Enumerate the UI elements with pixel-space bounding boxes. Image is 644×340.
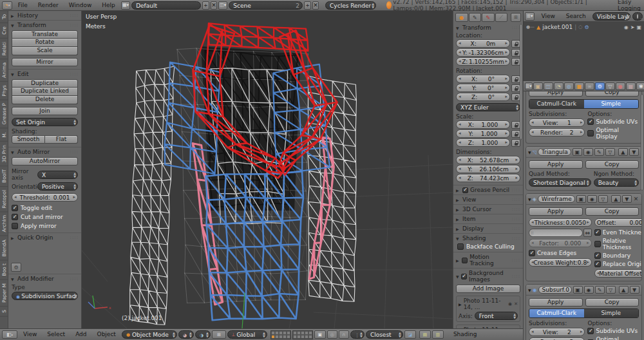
panel-quick-origin[interactable]: ▶Quick Origin:::: xyxy=(8,232,81,242)
copy-button[interactable]: Copy xyxy=(585,298,639,307)
vertex-group-field[interactable]: ⁝⁝ xyxy=(529,229,583,237)
lock-icon[interactable] xyxy=(511,40,520,48)
tab-boot[interactable]: Boo t xyxy=(0,260,8,280)
panel-n-transform[interactable]: ▼Transform:::: xyxy=(453,23,523,32)
delete-button[interactable]: Delete xyxy=(12,96,78,104)
delete-layout-button[interactable]: ✕ xyxy=(211,1,217,10)
gp-erase-icon[interactable]: ⟋ xyxy=(495,13,508,22)
gp-settings-icon[interactable]: ⊞ xyxy=(511,13,521,22)
subdiv-render-slider[interactable]: ◂Render:2▸ xyxy=(529,337,585,340)
render-engine-dropdown[interactable]: Cycles Render▲▼ xyxy=(325,1,376,10)
simple-toggle[interactable]: Simple xyxy=(584,100,639,108)
gp-draw-icon[interactable]: ✎ xyxy=(469,13,482,22)
flat-button[interactable]: Flat xyxy=(45,135,78,144)
tab-retopology[interactable]: Retopol xyxy=(0,187,8,212)
lock-icon[interactable] xyxy=(511,75,520,83)
render-visibility-icon[interactable]: ▣ xyxy=(573,148,582,156)
panel-3d-cursor[interactable]: ▶3D Cursor:::: xyxy=(453,204,523,214)
modifier-name-field[interactable]: Triangula xyxy=(538,148,571,156)
scale-y-field[interactable]: ◂Y:1.000▸ xyxy=(456,129,510,138)
menu-window[interactable]: Window xyxy=(64,0,97,11)
tab-paper-model[interactable]: Paper M xyxy=(0,280,8,307)
screen-layout-dropdown[interactable]: Default xyxy=(131,1,201,10)
layers-widget[interactable] xyxy=(270,330,313,339)
loc-z-field[interactable]: ◂Z:1.10255mm▸ xyxy=(456,57,510,66)
ngon-method-dropdown[interactable]: Beauty▲▼ xyxy=(594,178,639,187)
restrict-select-icon[interactable]: ➤ xyxy=(630,24,635,30)
automirror-button[interactable]: AutoMirror xyxy=(12,157,78,165)
copy-button[interactable]: Copy xyxy=(585,91,639,97)
panel-display[interactable]: ▶Display:::: xyxy=(453,223,523,233)
loc-y-field[interactable]: ◂Y:-1.32306cm▸ xyxy=(456,48,510,57)
thickness-slider[interactable]: ◂Thickness:0.0050▸ xyxy=(529,218,592,227)
menu-help[interactable]: Help xyxy=(97,0,120,11)
factor-slider[interactable]: ◂Factor:0.000▸ xyxy=(529,239,592,247)
apply-mirror-checkbox[interactable] xyxy=(12,223,18,229)
catmull-clark-toggle[interactable]: Catmull-Clark xyxy=(529,309,584,317)
bg-axis-dropdown[interactable]: Front▲▼ xyxy=(475,312,518,320)
apply-button[interactable]: Apply xyxy=(529,207,583,216)
modifier-type-dropdown[interactable]: ◉ Subdivision Surface▲▼ xyxy=(12,292,78,300)
threshold-slider[interactable]: ◂Threshold:0.001▸ xyxy=(12,193,78,202)
subdiv-view-slider[interactable]: ◂View:2▸ xyxy=(529,328,585,336)
panel-grease-pencil[interactable]: ▶✓Grease Pencil:::: xyxy=(453,185,523,194)
loc-x-field[interactable]: ◂X:0m▸ xyxy=(456,39,510,48)
apply-button[interactable]: Apply xyxy=(529,91,583,97)
even-thickness-checkbox[interactable]: ✓ xyxy=(594,229,601,236)
lock-icon[interactable] xyxy=(511,93,520,101)
panel-history[interactable]: ▶History:::: xyxy=(8,11,81,20)
render-visibility-icon[interactable]: ▣ xyxy=(573,286,583,294)
tab-relations[interactable]: Relati xyxy=(0,39,8,59)
viewport-visibility-icon[interactable]: ◉ xyxy=(584,286,594,294)
rot-z-field[interactable]: ◂Z:0°▸ xyxy=(456,93,510,101)
menu-file[interactable]: File xyxy=(14,0,32,11)
lock-icon[interactable] xyxy=(511,49,520,57)
orientation-widget-icon[interactable]: ⊞ xyxy=(212,330,226,339)
cage-icon[interactable]: ▽ xyxy=(605,148,615,156)
backface-culling-checkbox[interactable] xyxy=(457,243,464,250)
add-layout-button[interactable]: ＋ xyxy=(202,1,209,10)
viewport-menu-select[interactable]: Select xyxy=(43,329,70,340)
modifier-name-field[interactable]: Wireframe xyxy=(538,195,575,203)
scale-x-field[interactable]: ◂X:1.000▸ xyxy=(456,120,510,129)
invert-vgroup-icon[interactable]: ⇔ xyxy=(583,229,592,237)
rotate-button[interactable]: Rotate xyxy=(12,39,78,47)
delete-modifier-icon[interactable]: ✕ xyxy=(634,196,639,202)
eye-icon[interactable]: ◉ xyxy=(508,301,512,307)
rot-y-field[interactable]: ◂Y:0°▸ xyxy=(456,84,510,92)
offset-slider[interactable]: Offset:0.0000 xyxy=(594,218,642,227)
outliner-filter-dropdown[interactable]: Visible Layers▲▼ xyxy=(592,12,630,21)
lock-icon[interactable] xyxy=(511,121,520,129)
add-image-button[interactable]: Add Image xyxy=(456,285,520,293)
outliner-item-jacket[interactable]: ●— ▲ jacket.001 | ◌ ⚙ ◉ ➤ ▣ xyxy=(524,22,644,32)
cage-icon[interactable]: ▽ xyxy=(606,286,616,294)
translate-button[interactable]: Translate xyxy=(12,30,78,39)
close-icon[interactable]: ✕ xyxy=(514,301,518,307)
panel-view[interactable]: ▶View:::: xyxy=(453,194,523,204)
quad-method-dropdown[interactable]: Shortest Diagonal▲▼ xyxy=(529,178,591,187)
move-up-icon[interactable]: ▲ xyxy=(619,286,629,294)
crease-weight-slider[interactable]: ◂Crease Weight:0.8▸ xyxy=(529,258,592,267)
snap-peel-icon[interactable]: ◪ xyxy=(404,330,416,339)
tab-create[interactable]: Cre xyxy=(0,23,8,39)
apply-button[interactable]: Apply xyxy=(529,160,583,169)
gp-checkbox[interactable]: ✓ xyxy=(462,187,468,193)
viewport-visibility-icon[interactable]: ◉ xyxy=(587,195,597,203)
tab-tools[interactable]: To xyxy=(0,11,8,23)
duplicate-button[interactable]: Duplicate xyxy=(12,79,78,88)
viewport-shading-dropdown[interactable]: ◕▲▼ xyxy=(178,330,194,339)
render-opengl-icon[interactable]: ▤ xyxy=(419,330,431,339)
panel-transform[interactable]: ▼Transform:::: xyxy=(8,20,81,30)
boundary-checkbox[interactable]: ✓ xyxy=(594,252,601,259)
data-tab-icon[interactable]: ▽ xyxy=(605,82,615,90)
smooth-button[interactable]: Smooth xyxy=(12,135,45,144)
render-tab-icon[interactable]: ▣ xyxy=(533,82,543,90)
delete-scene-button[interactable]: ✕ xyxy=(312,1,319,10)
subdiv-render-slider[interactable]: ◂Render:2▸ xyxy=(529,128,585,137)
modifier-name-field[interactable]: Subsurf.0 xyxy=(538,286,572,294)
subdiv-view-slider[interactable]: ◂View:1▸ xyxy=(529,118,585,127)
rotation-mode-dropdown[interactable]: XYZ Euler▲▼ xyxy=(456,103,520,111)
replace-original-checkbox[interactable]: ✓ xyxy=(594,261,601,267)
restrict-view-icon[interactable]: ◉ xyxy=(624,24,629,30)
tab-archimesh[interactable]: ArchIm xyxy=(0,212,8,236)
